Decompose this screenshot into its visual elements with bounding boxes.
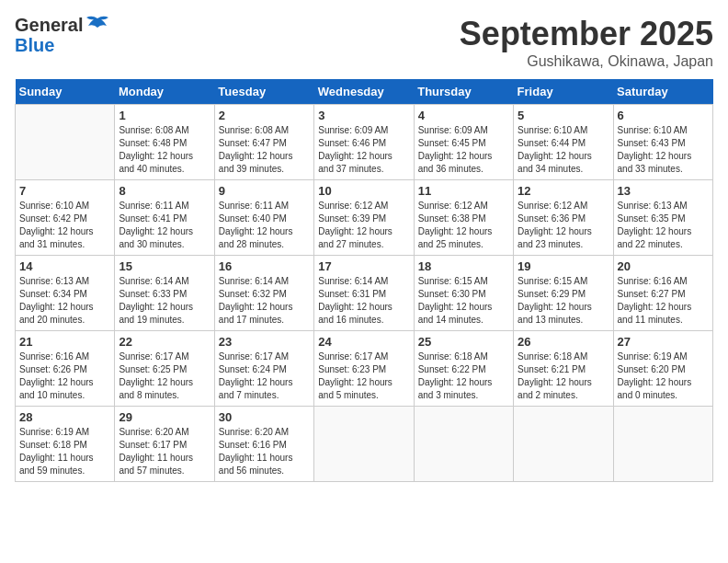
day-number: 15 bbox=[119, 259, 210, 273]
day-cell: 30Sunrise: 6:20 AM Sunset: 6:16 PM Dayli… bbox=[214, 407, 313, 482]
day-cell: 22Sunrise: 6:17 AM Sunset: 6:25 PM Dayli… bbox=[115, 331, 214, 407]
logo-general: General bbox=[15, 15, 83, 35]
day-number: 9 bbox=[219, 184, 310, 198]
day-cell: 27Sunrise: 6:19 AM Sunset: 6:20 PM Dayli… bbox=[613, 331, 712, 407]
day-number: 11 bbox=[418, 184, 509, 198]
day-cell bbox=[314, 407, 414, 482]
day-info: Sunrise: 6:16 AM Sunset: 6:26 PM Dayligh… bbox=[19, 350, 110, 402]
day-info: Sunrise: 6:09 AM Sunset: 6:45 PM Dayligh… bbox=[418, 124, 509, 176]
day-cell: 10Sunrise: 6:12 AM Sunset: 6:39 PM Dayli… bbox=[314, 180, 414, 256]
day-info: Sunrise: 6:09 AM Sunset: 6:46 PM Dayligh… bbox=[318, 124, 409, 176]
day-info: Sunrise: 6:10 AM Sunset: 6:42 PM Dayligh… bbox=[19, 200, 110, 251]
day-number: 27 bbox=[618, 335, 709, 349]
day-info: Sunrise: 6:12 AM Sunset: 6:39 PM Dayligh… bbox=[318, 200, 409, 251]
day-info: Sunrise: 6:12 AM Sunset: 6:36 PM Dayligh… bbox=[518, 200, 609, 251]
day-number: 1 bbox=[119, 109, 210, 122]
header-monday: Monday bbox=[115, 79, 214, 105]
day-cell: 18Sunrise: 6:15 AM Sunset: 6:30 PM Dayli… bbox=[414, 256, 513, 331]
day-cell bbox=[16, 105, 115, 180]
location: Gushikawa, Okinawa, Japan bbox=[460, 53, 713, 70]
day-number: 13 bbox=[618, 184, 709, 198]
day-number: 23 bbox=[219, 335, 310, 349]
day-cell: 24Sunrise: 6:17 AM Sunset: 6:23 PM Dayli… bbox=[314, 331, 414, 407]
day-cell: 28Sunrise: 6:19 AM Sunset: 6:18 PM Dayli… bbox=[16, 407, 115, 482]
day-info: Sunrise: 6:11 AM Sunset: 6:41 PM Dayligh… bbox=[119, 200, 210, 251]
week-row-4: 21Sunrise: 6:16 AM Sunset: 6:26 PM Dayli… bbox=[16, 331, 713, 407]
day-number: 3 bbox=[318, 109, 409, 122]
day-cell: 13Sunrise: 6:13 AM Sunset: 6:35 PM Dayli… bbox=[613, 180, 712, 256]
day-info: Sunrise: 6:13 AM Sunset: 6:34 PM Dayligh… bbox=[19, 275, 110, 327]
day-number: 5 bbox=[518, 109, 609, 122]
day-info: Sunrise: 6:19 AM Sunset: 6:20 PM Dayligh… bbox=[618, 350, 709, 402]
day-number: 25 bbox=[418, 335, 509, 349]
day-info: Sunrise: 6:14 AM Sunset: 6:31 PM Dayligh… bbox=[318, 275, 409, 327]
day-number: 26 bbox=[518, 335, 609, 349]
day-number: 8 bbox=[119, 184, 210, 198]
title-section: September 2025 Gushikawa, Okinawa, Japan bbox=[460, 15, 713, 70]
day-number: 17 bbox=[318, 259, 409, 273]
day-cell: 3Sunrise: 6:09 AM Sunset: 6:46 PM Daylig… bbox=[314, 105, 414, 180]
day-number: 6 bbox=[618, 109, 709, 122]
header-thursday: Thursday bbox=[414, 79, 513, 105]
day-info: Sunrise: 6:15 AM Sunset: 6:30 PM Dayligh… bbox=[418, 275, 509, 327]
day-number: 7 bbox=[19, 184, 110, 198]
day-info: Sunrise: 6:18 AM Sunset: 6:22 PM Dayligh… bbox=[418, 350, 509, 402]
day-cell: 19Sunrise: 6:15 AM Sunset: 6:29 PM Dayli… bbox=[514, 256, 613, 331]
logo-bird-icon bbox=[85, 15, 110, 35]
day-info: Sunrise: 6:08 AM Sunset: 6:48 PM Dayligh… bbox=[119, 124, 210, 176]
day-info: Sunrise: 6:18 AM Sunset: 6:21 PM Dayligh… bbox=[518, 350, 609, 402]
day-number: 24 bbox=[318, 335, 409, 349]
day-cell: 9Sunrise: 6:11 AM Sunset: 6:40 PM Daylig… bbox=[214, 180, 313, 256]
day-cell bbox=[514, 407, 613, 482]
day-info: Sunrise: 6:12 AM Sunset: 6:38 PM Dayligh… bbox=[418, 200, 509, 251]
day-info: Sunrise: 6:10 AM Sunset: 6:43 PM Dayligh… bbox=[618, 124, 709, 176]
day-cell: 5Sunrise: 6:10 AM Sunset: 6:44 PM Daylig… bbox=[514, 105, 613, 180]
day-info: Sunrise: 6:20 AM Sunset: 6:16 PM Dayligh… bbox=[219, 426, 310, 477]
day-cell: 16Sunrise: 6:14 AM Sunset: 6:32 PM Dayli… bbox=[214, 256, 313, 331]
logo-blue: Blue bbox=[15, 35, 110, 55]
day-number: 19 bbox=[518, 259, 609, 273]
day-info: Sunrise: 6:17 AM Sunset: 6:23 PM Dayligh… bbox=[318, 350, 409, 402]
day-number: 14 bbox=[19, 259, 110, 273]
page-header: General Blue September 2025 Gushikawa, O… bbox=[15, 15, 713, 70]
day-cell: 26Sunrise: 6:18 AM Sunset: 6:21 PM Dayli… bbox=[514, 331, 613, 407]
day-number: 10 bbox=[318, 184, 409, 198]
day-number: 28 bbox=[19, 410, 110, 424]
calendar-table: SundayMondayTuesdayWednesdayThursdayFrid… bbox=[15, 79, 713, 482]
day-info: Sunrise: 6:11 AM Sunset: 6:40 PM Dayligh… bbox=[219, 200, 310, 251]
day-number: 30 bbox=[219, 410, 310, 424]
day-cell: 23Sunrise: 6:17 AM Sunset: 6:24 PM Dayli… bbox=[214, 331, 313, 407]
day-cell: 21Sunrise: 6:16 AM Sunset: 6:26 PM Dayli… bbox=[16, 331, 115, 407]
month-title: September 2025 bbox=[460, 15, 713, 53]
day-number: 2 bbox=[219, 109, 310, 122]
day-cell bbox=[414, 407, 513, 482]
day-number: 18 bbox=[418, 259, 509, 273]
day-number: 29 bbox=[119, 410, 210, 424]
day-info: Sunrise: 6:08 AM Sunset: 6:47 PM Dayligh… bbox=[219, 124, 310, 176]
day-cell: 29Sunrise: 6:20 AM Sunset: 6:17 PM Dayli… bbox=[115, 407, 214, 482]
day-cell: 7Sunrise: 6:10 AM Sunset: 6:42 PM Daylig… bbox=[16, 180, 115, 256]
day-info: Sunrise: 6:14 AM Sunset: 6:33 PM Dayligh… bbox=[119, 275, 210, 327]
day-cell: 17Sunrise: 6:14 AM Sunset: 6:31 PM Dayli… bbox=[314, 256, 414, 331]
day-cell: 1Sunrise: 6:08 AM Sunset: 6:48 PM Daylig… bbox=[115, 105, 214, 180]
day-number: 22 bbox=[119, 335, 210, 349]
day-number: 16 bbox=[219, 259, 310, 273]
day-cell: 11Sunrise: 6:12 AM Sunset: 6:38 PM Dayli… bbox=[414, 180, 513, 256]
week-row-3: 14Sunrise: 6:13 AM Sunset: 6:34 PM Dayli… bbox=[16, 256, 713, 331]
day-info: Sunrise: 6:17 AM Sunset: 6:24 PM Dayligh… bbox=[219, 350, 310, 402]
day-number: 21 bbox=[19, 335, 110, 349]
day-info: Sunrise: 6:17 AM Sunset: 6:25 PM Dayligh… bbox=[119, 350, 210, 402]
day-info: Sunrise: 6:14 AM Sunset: 6:32 PM Dayligh… bbox=[219, 275, 310, 327]
day-info: Sunrise: 6:10 AM Sunset: 6:44 PM Dayligh… bbox=[518, 124, 609, 176]
day-cell: 15Sunrise: 6:14 AM Sunset: 6:33 PM Dayli… bbox=[115, 256, 214, 331]
day-cell: 14Sunrise: 6:13 AM Sunset: 6:34 PM Dayli… bbox=[16, 256, 115, 331]
day-cell: 20Sunrise: 6:16 AM Sunset: 6:27 PM Dayli… bbox=[613, 256, 712, 331]
calendar-header-row: SundayMondayTuesdayWednesdayThursdayFrid… bbox=[16, 79, 713, 105]
week-row-2: 7Sunrise: 6:10 AM Sunset: 6:42 PM Daylig… bbox=[16, 180, 713, 256]
day-cell: 25Sunrise: 6:18 AM Sunset: 6:22 PM Dayli… bbox=[414, 331, 513, 407]
day-info: Sunrise: 6:15 AM Sunset: 6:29 PM Dayligh… bbox=[518, 275, 609, 327]
day-cell: 4Sunrise: 6:09 AM Sunset: 6:45 PM Daylig… bbox=[414, 105, 513, 180]
day-number: 12 bbox=[518, 184, 609, 198]
day-number: 4 bbox=[418, 109, 509, 122]
header-tuesday: Tuesday bbox=[214, 79, 313, 105]
